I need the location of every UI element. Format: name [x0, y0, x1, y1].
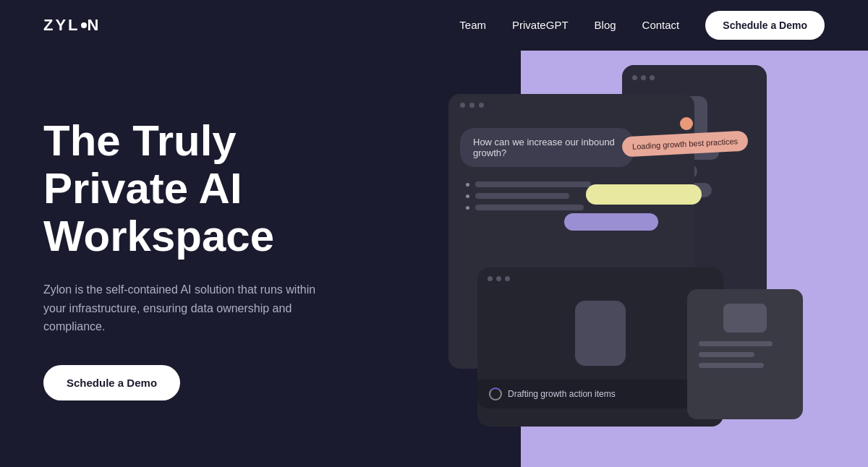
nav-link-contact[interactable]: Contact [642, 19, 680, 31]
logo[interactable]: ZYLN [43, 16, 101, 35]
nav-link-team[interactable]: Team [459, 19, 486, 31]
nav-links: Team PrivateGPT Blog Contact Schedule a … [459, 19, 825, 32]
window-dot-1 [632, 75, 637, 80]
nav-item-team[interactable]: Team [459, 19, 486, 32]
hero-title: The Truly Private AI Workspace [43, 117, 347, 260]
card-bottom-titlebar [477, 267, 723, 290]
card-main-body: How can we increase our inbound growth? [448, 116, 694, 222]
drafting-label: Drafting growth action items [508, 389, 616, 399]
card-side [687, 289, 803, 419]
page-wrapper: ZYLN Team PrivateGPT Blog Contact Schedu… [0, 0, 868, 467]
chat-query-bubble: How can we increase our inbound growth? [460, 128, 634, 167]
window-dot-4 [460, 103, 465, 108]
list-dot-2 [466, 194, 469, 198]
window-dot-6 [479, 103, 484, 108]
nav-item-privategpt[interactable]: PrivateGPT [512, 19, 569, 32]
window-dot-5 [469, 103, 475, 108]
accent-dot [680, 117, 693, 130]
hero-right: How can we increase our inbound growth? [376, 51, 868, 467]
list-dot-1 [466, 183, 469, 187]
hero-section: The Truly Private AI Workspace Zylon is … [0, 51, 868, 467]
list-bar-2 [475, 193, 569, 199]
list-bar-1 [475, 181, 591, 187]
window-dot-7 [488, 276, 493, 281]
window-dot-8 [496, 276, 501, 281]
hero-description: Zylon is the self-contained AI solution … [43, 280, 333, 336]
window-dot-3 [650, 75, 655, 80]
nav-cta-button[interactable]: Schedule a Demo [705, 11, 825, 40]
nav-item-blog[interactable]: Blog [595, 19, 616, 32]
logo-dot [81, 22, 87, 28]
card-bottom: Drafting growth action items [477, 267, 723, 427]
spinner-icon [489, 387, 502, 400]
card-right-titlebar [622, 65, 767, 90]
side-block [723, 304, 767, 333]
hero-left: The Truly Private AI Workspace Zylon is … [0, 117, 391, 400]
nav-link-blog[interactable]: Blog [595, 19, 616, 31]
nav-item-contact[interactable]: Contact [642, 19, 680, 32]
pill-purple [564, 213, 658, 231]
nav-cta-item[interactable]: Schedule a Demo [705, 19, 825, 32]
card-bottom-footer: Drafting growth action items [477, 380, 723, 408]
card-bottom-content [477, 290, 723, 377]
pill-response [586, 184, 702, 205]
list-dot-3 [466, 206, 469, 210]
side-lines [699, 341, 791, 368]
list-bar-3 [475, 205, 584, 210]
side-line-1 [699, 341, 773, 346]
bottom-block [575, 301, 626, 366]
card-main-titlebar [448, 94, 694, 116]
ui-illustration: How can we increase our inbound growth? [376, 65, 868, 463]
side-line-2 [699, 352, 754, 357]
navbar: ZYLN Team PrivateGPT Blog Contact Schedu… [0, 0, 868, 51]
chat-list-item-3 [466, 205, 677, 210]
nav-link-privategpt[interactable]: PrivateGPT [512, 19, 569, 31]
hero-cta-button[interactable]: Schedule a Demo [43, 365, 180, 400]
window-dot-2 [641, 75, 646, 80]
window-dot-9 [505, 276, 510, 281]
side-line-3 [699, 363, 764, 368]
